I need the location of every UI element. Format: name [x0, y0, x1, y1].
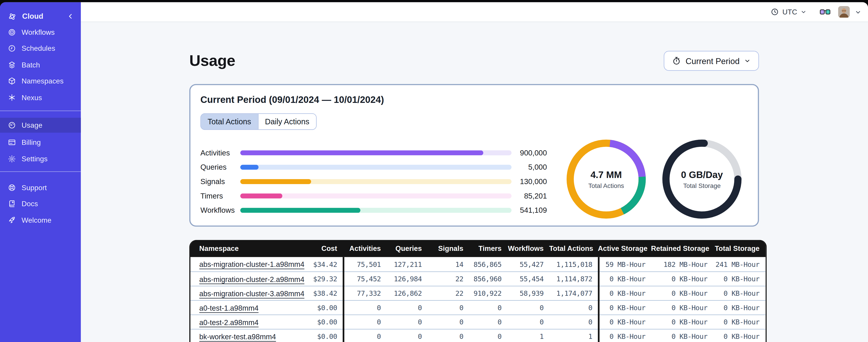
active-storage-cell: 0 KB-Hour [598, 318, 651, 326]
queries-cell: 126,862 [386, 289, 427, 298]
col-header-cost: Cost [290, 244, 343, 253]
user-menu-button[interactable] [855, 8, 861, 15]
timers-cell: 910,922 [469, 289, 507, 298]
active-storage-cell: 59 MB-Hour [598, 260, 651, 269]
table-header-row: Namespace Cost Activities Queries Signal… [190, 240, 766, 257]
total-actions-cell: 1,114,872 [549, 275, 598, 283]
col-header-active-storage: Active Storage [598, 244, 651, 253]
table-body: abs-migration-cluster-1.a98mm4 $34.42 75… [190, 257, 766, 342]
avatar[interactable] [838, 6, 850, 18]
signals-cell: 0 [428, 318, 469, 326]
workflows-bar-fill [240, 208, 360, 212]
namespace-link[interactable]: abs-migration-cluster-3.a98mm4 [199, 289, 304, 298]
workflows-cell: 1 [507, 332, 549, 341]
sidebar-item-docs[interactable]: Docs [0, 196, 81, 211]
col-header-namespace: Namespace [190, 244, 290, 253]
actions-bar-chart: Activities 900,000 Queries 5,000 Signals [200, 145, 547, 217]
total-actions-value: 4.7 MM [591, 169, 622, 180]
tab-total-actions[interactable]: Total Actions [201, 114, 257, 130]
sidebar-item-settings[interactable]: Settings [0, 151, 81, 166]
workflows-icon [8, 28, 16, 37]
timezone-selector[interactable]: UTC [771, 8, 807, 16]
activities-cell: 77,332 [343, 289, 386, 298]
timers-bar-fill [240, 193, 282, 198]
sidebar-item-workflows[interactable]: Workflows [0, 25, 81, 40]
total-actions-cell: 0 [549, 318, 598, 326]
timers-cell: 0 [469, 332, 507, 341]
sidebar-item-label: Usage [22, 121, 42, 130]
signals-cell: 0 [428, 303, 469, 312]
sidebar-item-label: Billing [22, 138, 41, 147]
bar-row-queries: Queries 5,000 [200, 160, 547, 174]
sidebar-item-label: Settings [22, 155, 48, 163]
sidebar-item-batch[interactable]: Batch [0, 58, 81, 72]
namespace-cell: a0-test-1.a98mm4 [190, 303, 290, 313]
topbar: UTC [81, 2, 868, 22]
cost-cell: $0.00 [290, 303, 343, 312]
namespace-cell: a0-test-2.a98mm4 [190, 317, 290, 327]
table-row: bk-worker-test.a98mm4 $0.00 0 0 0 0 1 1 … [190, 329, 766, 342]
workflows-cell: 55,454 [507, 275, 549, 283]
total-storage-donut: 0 GB/Day Total Storage [661, 138, 743, 220]
col-header-retained-storage: Retained Storage [651, 244, 713, 253]
col-header-activities: Activities [343, 244, 386, 253]
namespace-link[interactable]: a0-test-2.a98mm4 [199, 318, 258, 327]
card-title: Current Period (09/01/2024 — 10/01/2024) [200, 95, 384, 106]
topbar-right-cluster: UTC [771, 2, 862, 22]
retained-storage-cell: 0 KB-Hour [651, 332, 713, 341]
actions-tabs: Total Actions Daily Actions [200, 113, 316, 130]
chevron-down-icon [801, 9, 807, 15]
labs-mode-toggle[interactable] [820, 8, 831, 15]
bar-value: 5,000 [512, 163, 547, 171]
sidebar-item-welcome[interactable]: Welcome [0, 213, 81, 228]
signals-cell: 14 [428, 260, 469, 269]
billing-card-icon [8, 138, 16, 147]
nexus-asterisk-icon [8, 93, 16, 102]
sidebar-item-support[interactable]: Support [0, 180, 81, 195]
workflows-bar-track [240, 208, 512, 212]
title-row: Usage Current Period [189, 50, 759, 71]
namespace-link[interactable]: abs-migration-cluster-1.a98mm4 [199, 260, 304, 269]
batch-layers-icon [8, 61, 16, 69]
workflows-cell: 0 [507, 318, 549, 326]
namespace-link[interactable]: bk-worker-test.a98mm4 [199, 333, 276, 341]
cost-cell: $38.42 [290, 289, 343, 298]
sidebar-item-namespaces[interactable]: Namespaces [0, 73, 81, 89]
sidebar-item-billing[interactable]: Billing [0, 135, 81, 150]
col-header-workflows: Workflows [507, 244, 549, 253]
bar-row-timers: Timers 85,201 [200, 189, 547, 203]
queries-cell: 0 [386, 303, 427, 312]
namespace-link[interactable]: a0-test-1.a98mm4 [199, 304, 258, 312]
retained-storage-cell: 0 KB-Hour [651, 275, 713, 283]
sidebar-collapse-button[interactable] [67, 13, 74, 22]
queries-cell: 127,211 [386, 260, 427, 269]
app-window: Cloud Workflows Schedules Batch Namespac… [0, 2, 868, 342]
total-storage-cell: 0 KB-Hour [713, 332, 765, 341]
sidebar-item-nexus[interactable]: Nexus [0, 90, 81, 105]
current-period-card: Current Period (09/01/2024 — 10/01/2024)… [189, 84, 759, 227]
cost-cell: $0.00 [290, 332, 343, 341]
period-selector-button[interactable]: Current Period [664, 51, 759, 71]
col-header-timers: Timers [469, 244, 507, 253]
settings-gear-icon [8, 155, 16, 163]
total-actions-cell: 1,174,077 [549, 289, 598, 298]
workflows-cell: 0 [507, 303, 549, 312]
namespace-cell: bk-worker-test.a98mm4 [190, 332, 290, 341]
sidebar-brand-cloud[interactable]: Cloud [0, 9, 81, 24]
tab-daily-actions[interactable]: Daily Actions [258, 114, 316, 130]
usage-gauge-icon [8, 121, 16, 130]
sidebar-item-usage[interactable]: Usage [0, 118, 81, 133]
bar-label: Activities [200, 148, 240, 157]
timezone-label: UTC [782, 8, 797, 16]
timers-bar-track [240, 193, 512, 198]
main-area: Usage Current Period Current Period (09/… [81, 22, 868, 342]
namespace-link[interactable]: abs-migration-cluster-2.a98mm4 [199, 275, 304, 283]
table-row: a0-test-2.a98mm4 $0.00 0 0 0 0 0 0 0 KB-… [190, 314, 766, 329]
table-row: abs-migration-cluster-3.a98mm4 $38.42 77… [190, 286, 766, 300]
signals-bar-track [240, 179, 512, 184]
total-storage-cell: 0 KB-Hour [713, 289, 765, 298]
sidebar-item-schedules[interactable]: Schedules [0, 41, 81, 56]
sidebar-item-label: Schedules [22, 44, 55, 53]
total-storage-cell: 0 KB-Hour [713, 303, 765, 312]
timers-cell: 856,865 [469, 260, 507, 269]
